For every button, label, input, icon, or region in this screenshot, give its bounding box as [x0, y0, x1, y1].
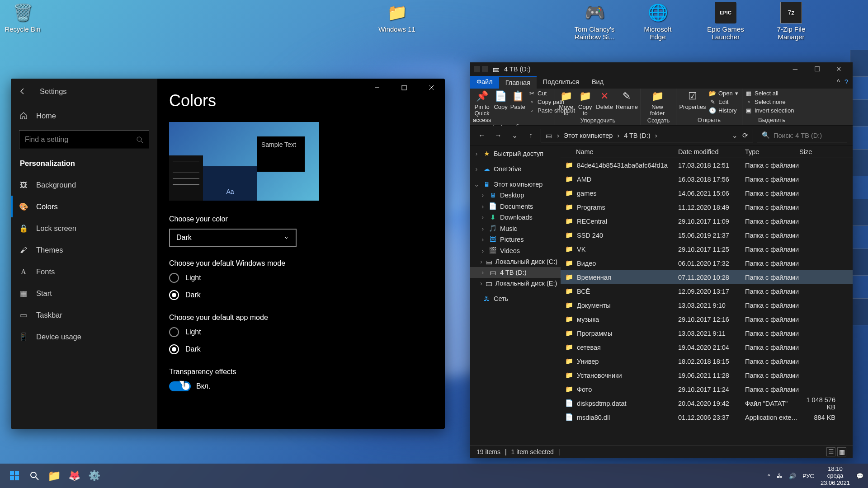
tab-view[interactable]: Вид: [585, 76, 610, 89]
tree-pictures[interactable]: ›🖼Pictures: [470, 234, 561, 245]
maximize-button[interactable]: ☐: [807, 63, 827, 75]
pin-quick-access-button[interactable]: 📌Pin to Quick access: [473, 89, 491, 123]
tree-videos[interactable]: ›🎬Videos: [470, 245, 561, 256]
file-row[interactable]: 📁Видео06.01.2020 17:32Папка с файлами: [561, 256, 853, 270]
tab-share[interactable]: Поделиться: [537, 76, 585, 89]
app-mode-dark[interactable]: Dark: [169, 344, 433, 354]
nav-taskbar[interactable]: ▭Taskbar: [11, 304, 157, 326]
tree-downloads[interactable]: ›⬇Downloads: [470, 212, 561, 223]
tab-home[interactable]: Главная: [499, 76, 537, 89]
new-folder-button[interactable]: 📁New folder: [644, 89, 671, 117]
file-row[interactable]: 📁Установочники19.06.2021 11:28Папка с фа…: [561, 368, 853, 382]
icons-view-button[interactable]: ▦: [837, 447, 846, 456]
nav-device-usage[interactable]: 📱Device usage: [11, 326, 157, 347]
clock[interactable]: 18:10 среда 23.06.2021: [821, 465, 850, 487]
tree-network[interactable]: 🖧Сеть: [470, 293, 561, 304]
history-button[interactable]: 🕓History: [709, 107, 738, 114]
move-to-button[interactable]: 📁Move to: [558, 89, 574, 117]
nav-start[interactable]: ▦Start: [11, 282, 157, 304]
paste-button[interactable]: 📋Paste: [510, 89, 525, 110]
file-row[interactable]: 📄diskpsdtmp.datat20.04.2020 19:42Файл "D…: [561, 396, 853, 410]
properties-button[interactable]: ☑Properties: [679, 89, 706, 110]
close-button[interactable]: [418, 79, 445, 97]
windows-mode-dark[interactable]: Dark: [169, 290, 433, 300]
nav-themes[interactable]: 🖌Themes: [11, 239, 157, 261]
tree-desktop[interactable]: ›🖥Desktop: [470, 190, 561, 201]
tree-local-c[interactable]: ›🖴Локальный диск (C:): [470, 256, 561, 267]
app-mode-light[interactable]: Light: [169, 327, 433, 337]
file-row[interactable]: 📁ВСЁ12.09.2020 13:17Папка с файлами: [561, 284, 853, 298]
delete-button[interactable]: ✕Delete: [596, 89, 613, 110]
details-view-button[interactable]: ☰: [826, 447, 835, 456]
file-row[interactable]: 📁AMD16.03.2018 17:56Папка с файлами: [561, 172, 853, 186]
nav-back-button[interactable]: ←: [476, 129, 488, 142]
nav-lock-screen[interactable]: 🔒Lock screen: [11, 217, 157, 239]
search-input[interactable]: Find a setting: [19, 130, 149, 149]
file-row[interactable]: 📁VK29.10.2017 11:25Папка с файлами: [561, 242, 853, 256]
windows-mode-light[interactable]: Light: [169, 273, 433, 283]
desktop-icon-edge[interactable]: 🌐Microsoft Edge: [635, 2, 680, 41]
color-dropdown[interactable]: Dark: [169, 229, 297, 247]
maximize-button[interactable]: [391, 79, 418, 97]
tray-chevron-icon[interactable]: ^: [768, 473, 770, 479]
language-indicator[interactable]: РУС: [802, 473, 814, 479]
file-row[interactable]: 📁Документы13.03.2021 9:10Папка с файлами: [561, 298, 853, 312]
tab-file[interactable]: Файл: [470, 76, 499, 89]
column-headers[interactable]: Name Date modified Type Size: [561, 145, 853, 158]
nav-recent-button[interactable]: ⌄: [508, 129, 521, 142]
collapse-ribbon-icon[interactable]: ^: [837, 78, 840, 86]
transparency-toggle[interactable]: [169, 381, 191, 391]
desktop-icon-7zip[interactable]: 7z7-Zip File Manager: [769, 2, 814, 41]
desktop-icon-epic[interactable]: EPICEpic Games Launcher: [703, 2, 748, 41]
file-row[interactable]: 📁RECentral29.10.2017 11:09Папка с файлам…: [561, 214, 853, 228]
partial-desktop-icon[interactable]: [850, 249, 868, 276]
open-button[interactable]: 📂Open ▾: [709, 89, 738, 97]
search-box[interactable]: 🔍 Поиск: 4 TB (D:): [757, 129, 847, 142]
tree-documents[interactable]: ›📄Documents: [470, 201, 561, 212]
desktop-icon-folder[interactable]: 📁Windows 11: [374, 2, 420, 33]
select-all-button[interactable]: ▦Select all: [745, 89, 794, 97]
minimize-button[interactable]: [363, 79, 391, 97]
partial-desktop-icon[interactable]: [850, 149, 868, 176]
file-row[interactable]: 📄msdia80.dll01.12.2006 23:37Application …: [561, 410, 853, 424]
nav-fonts[interactable]: AFonts: [11, 261, 157, 282]
file-row[interactable]: 📁games14.06.2021 15:06Папка с файлами: [561, 186, 853, 200]
nav-background[interactable]: 🖼Background: [11, 174, 157, 196]
invert-selection-button[interactable]: ▣Invert selection: [745, 107, 794, 114]
partial-desktop-icon[interactable]: [850, 199, 868, 226]
tree-music[interactable]: ›🎵Music: [470, 223, 561, 234]
close-button[interactable]: ✕: [828, 63, 849, 75]
copy-button[interactable]: 📄Copy: [494, 89, 507, 110]
back-button[interactable]: [18, 87, 27, 96]
file-row[interactable]: 📁Программы13.03.2021 9:11Папка с файлами: [561, 326, 853, 340]
system-menu-icon[interactable]: [474, 66, 480, 72]
select-none-button[interactable]: ▫Select none: [745, 98, 794, 105]
tree-local-e[interactable]: ›🖴Локальный диск (E:): [470, 278, 561, 289]
edit-button[interactable]: ✎Edit: [709, 98, 738, 105]
desktop-icon-rainbow[interactable]: 🎮Tom Clancy's Rainbow Si...: [572, 2, 617, 41]
start-button[interactable]: [5, 466, 24, 486]
help-icon[interactable]: ?: [844, 78, 848, 86]
firefox-button[interactable]: 🦊: [64, 466, 84, 486]
file-row[interactable]: 📁музыка29.10.2017 12:16Папка с файлами: [561, 312, 853, 326]
file-row[interactable]: 📁Фото29.10.2017 11:24Папка с файлами: [561, 382, 853, 396]
tree-onedrive[interactable]: ›☁OneDrive: [470, 164, 561, 174]
file-row[interactable]: 📁84de414b85431aba6afc64fd1a17.03.2018 12…: [561, 158, 853, 172]
partial-desktop-icon[interactable]: [850, 298, 868, 325]
settings-taskbar-button[interactable]: ⚙️: [84, 466, 104, 486]
desktop-icon-recycle-bin[interactable]: 🗑️Recycle Bin: [0, 2, 45, 33]
nav-up-button[interactable]: ↑: [524, 129, 537, 142]
refresh-button[interactable]: ⟳: [742, 132, 748, 139]
search-button[interactable]: [24, 466, 44, 486]
file-row[interactable]: 📁SSD 24015.06.2019 21:37Папка с файлами: [561, 228, 853, 242]
address-bar[interactable]: 🖴 ›Этот компьютер ›4 TB (D:) › ⌄ ⟳: [541, 129, 753, 142]
home-button[interactable]: Home: [11, 105, 157, 127]
partial-desktop-icon[interactable]: [850, 99, 868, 127]
tree-quick-access[interactable]: ›★Быстрый доступ: [470, 148, 561, 159]
nav-colors[interactable]: 🎨Colors: [11, 196, 157, 217]
network-icon[interactable]: 🖧: [777, 473, 783, 479]
dropdown-icon[interactable]: ⌄: [732, 132, 738, 139]
notification-icon[interactable]: 💬: [856, 473, 863, 479]
nav-forward-button[interactable]: →: [492, 129, 505, 142]
file-row[interactable]: 📁Programs11.12.2020 18:49Папка с файлами: [561, 200, 853, 214]
